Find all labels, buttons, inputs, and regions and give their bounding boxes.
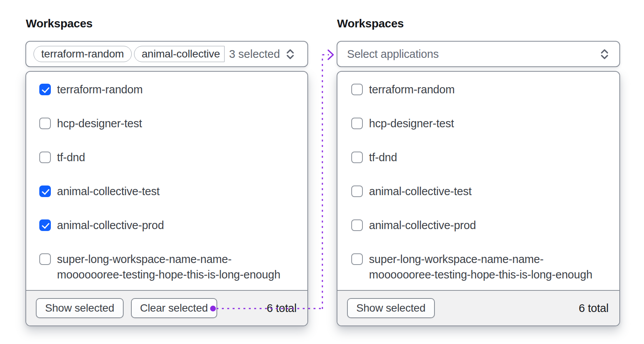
option-checkbox[interactable] xyxy=(351,152,363,163)
options-listbox: terraform-random hcp-designer-test tf-dn… xyxy=(337,71,620,326)
option-label: super-long-workspace-name-name- moooooor… xyxy=(369,251,592,282)
option-label: animal-collective-test xyxy=(369,184,471,199)
option-label: animal-collective-prod xyxy=(369,218,476,233)
option-row[interactable]: tf-dnd xyxy=(39,150,297,165)
workspaces-multiselect-right: Workspaces Select applications terraform… xyxy=(337,0,620,344)
option-label: animal-collective-test xyxy=(57,184,159,199)
arrowhead-icon xyxy=(328,50,333,59)
option-label: terraform-random xyxy=(57,82,143,97)
listbox-footer: Show selected Clear selected 6 total xyxy=(26,290,307,325)
option-checkbox[interactable] xyxy=(39,118,51,129)
option-label: terraform-random xyxy=(369,82,454,97)
option-row[interactable]: terraform-random xyxy=(351,82,609,97)
option-label: super-long-workspace-name-name- moooooor… xyxy=(57,251,280,282)
listbox-footer: Show selected 6 total xyxy=(337,290,619,325)
multiselect-trigger[interactable]: terraform-random animal-collective 3 sel… xyxy=(25,41,308,67)
option-checkbox[interactable] xyxy=(39,253,51,265)
workspaces-label: Workspaces xyxy=(26,17,92,30)
total-count-text: 6 total xyxy=(579,302,609,315)
option-row[interactable]: hcp-designer-test xyxy=(39,116,297,131)
option-checkbox[interactable] xyxy=(39,185,51,197)
option-label: tf-dnd xyxy=(369,150,397,165)
option-checkbox[interactable] xyxy=(39,152,51,163)
options-listbox: terraform-random hcp-designer-test tf-dn… xyxy=(25,71,308,326)
option-label: hcp-designer-test xyxy=(57,116,142,131)
options-list: terraform-random hcp-designer-test tf-dn… xyxy=(26,72,307,290)
selected-count-text: 3 selected xyxy=(229,48,280,61)
option-row[interactable]: tf-dnd xyxy=(351,150,609,165)
workspaces-label: Workspaces xyxy=(337,17,404,30)
option-label: tf-dnd xyxy=(57,150,85,165)
option-checkbox[interactable] xyxy=(351,253,363,265)
option-label: hcp-designer-test xyxy=(369,116,454,131)
option-row[interactable]: hcp-designer-test xyxy=(351,116,609,131)
trigger-placeholder: Select applications xyxy=(347,48,439,61)
option-checkbox[interactable] xyxy=(351,219,363,231)
total-count-text: 6 total xyxy=(267,302,297,315)
show-selected-button[interactable]: Show selected xyxy=(347,298,435,318)
option-row[interactable]: terraform-random xyxy=(39,82,297,97)
workspaces-multiselect-left: Workspaces terraform-random animal-colle… xyxy=(25,0,308,344)
option-row[interactable]: animal-collective-test xyxy=(351,184,609,199)
option-row[interactable]: super-long-workspace-name-name- moooooor… xyxy=(351,251,609,282)
caret-sort-icon xyxy=(285,48,295,60)
selected-tag-truncated: animal-collective xyxy=(134,46,225,62)
option-label: animal-collective-prod xyxy=(57,218,164,233)
option-row[interactable]: animal-collective-prod xyxy=(39,218,297,233)
options-list: terraform-random hcp-designer-test tf-dn… xyxy=(337,72,619,290)
option-checkbox[interactable] xyxy=(39,84,51,95)
option-checkbox[interactable] xyxy=(351,185,363,197)
selected-tag: terraform-random xyxy=(34,46,132,62)
option-row[interactable]: super-long-workspace-name-name- moooooor… xyxy=(39,251,297,282)
option-checkbox[interactable] xyxy=(39,219,51,231)
show-selected-button[interactable]: Show selected xyxy=(36,298,124,318)
clear-selected-button[interactable]: Clear selected xyxy=(131,298,217,318)
option-row[interactable]: animal-collective-test xyxy=(39,184,297,199)
caret-sort-icon xyxy=(600,48,609,60)
option-checkbox[interactable] xyxy=(351,118,363,129)
multiselect-trigger-empty[interactable]: Select applications xyxy=(337,41,620,67)
option-checkbox[interactable] xyxy=(351,84,363,95)
option-row[interactable]: animal-collective-prod xyxy=(351,218,609,233)
